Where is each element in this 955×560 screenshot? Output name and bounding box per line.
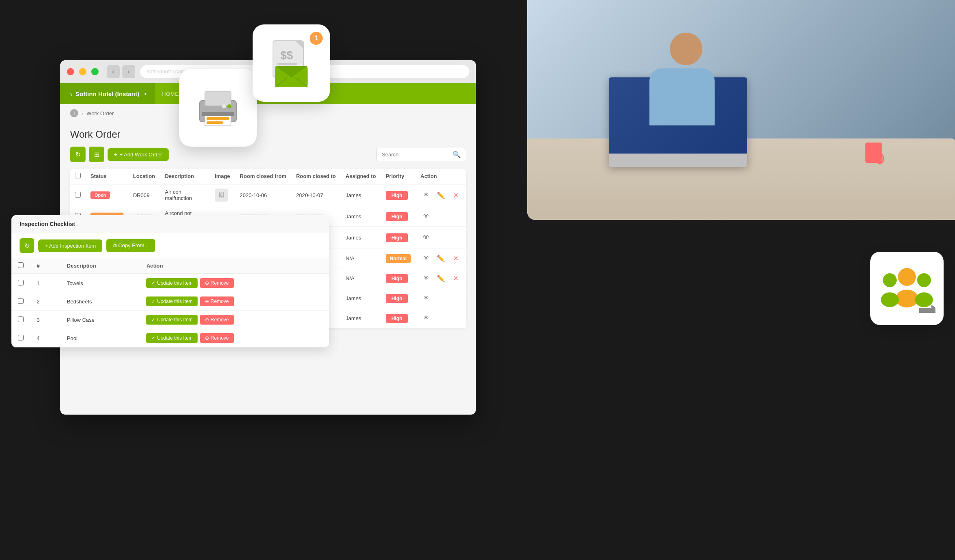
inspection-select-all[interactable]: [18, 262, 24, 268]
view-button[interactable]: 👁: [420, 292, 432, 304]
browser-forward-btn[interactable]: ›: [122, 65, 135, 78]
item-number: 2: [30, 292, 60, 311]
copy-icon: ⧉ Copy From...: [113, 242, 149, 249]
breadcrumb-icon: i: [70, 109, 78, 117]
update-item-button[interactable]: ✓ Update this Item: [146, 296, 197, 306]
inspection-header-row: # Description Action: [11, 258, 329, 274]
inspection-row-checkbox[interactable]: [18, 298, 24, 304]
col-room-closed-to: Room closed to: [291, 169, 341, 184]
col-assigned-to: Assigned to: [341, 169, 381, 184]
refresh-icon: ↻: [75, 151, 81, 158]
view-button[interactable]: 👁: [420, 232, 432, 243]
inspection-row-actions: ✓ Update this Item ⊖ Remove: [146, 333, 323, 343]
item-description: Pool: [60, 329, 140, 347]
edit-button[interactable]: ✏️: [435, 272, 447, 284]
inspection-row: 4 Pool ✓ Update this Item ⊖ Remove: [11, 329, 329, 347]
item-description: Bedsheets: [60, 292, 140, 311]
work-order-toolbar: ↻ ⊞ + + Add Work Order 🔍: [70, 147, 466, 162]
remove-item-button[interactable]: ⊖ Remove: [200, 296, 234, 306]
delete-button[interactable]: ✕: [450, 272, 461, 284]
item-number: 3: [30, 311, 60, 329]
filter-button[interactable]: ⊞: [89, 147, 104, 162]
svg-point-17: [898, 268, 916, 286]
refresh-icon: ↻: [24, 242, 30, 250]
copy-from-button[interactable]: ⧉ Copy From...: [106, 239, 155, 252]
select-all-checkbox[interactable]: [75, 173, 81, 178]
browser-maximize-btn[interactable]: [91, 68, 99, 75]
invoice-icon-card: $$ 1: [253, 24, 330, 102]
update-item-button[interactable]: ✓ Update this Item: [146, 315, 197, 325]
check-icon: ✓: [151, 335, 155, 341]
delete-button[interactable]: ✕: [450, 189, 461, 201]
svg-point-21: [917, 273, 931, 287]
view-button[interactable]: 👁: [420, 211, 432, 222]
action-icons: 👁: [420, 211, 461, 222]
svg-point-19: [883, 273, 897, 287]
check-icon: ✓: [151, 280, 155, 286]
inspection-toolbar: ↻ + Add Inspection Item ⧉ Copy From...: [11, 233, 329, 258]
add-work-order-button[interactable]: + + Add Work Order: [108, 148, 169, 161]
minus-icon: ⊖: [205, 280, 209, 286]
assigned-to-cell: James: [341, 206, 381, 227]
remove-item-button[interactable]: ⊖ Remove: [200, 315, 234, 325]
assigned-to-cell: James: [341, 308, 381, 328]
col-action: Action: [416, 169, 466, 184]
check-icon: ✓: [151, 299, 155, 304]
notification-badge: 1: [310, 32, 323, 45]
priority-badge: High: [386, 274, 408, 283]
hotel-dropdown-icon[interactable]: ▾: [144, 91, 147, 97]
svg-rect-1: [205, 92, 231, 106]
priority-badge: Normal: [386, 254, 411, 263]
inspection-row: 2 Bedsheets ✓ Update this Item ⊖ Remove: [11, 292, 329, 311]
svg-point-20: [881, 292, 899, 307]
people-icon-card: [870, 252, 944, 325]
print-icon: [194, 83, 242, 132]
view-button[interactable]: 👁: [420, 312, 432, 324]
update-item-button[interactable]: ✓ Update this Item: [146, 333, 197, 343]
assigned-to-cell: N/A: [341, 268, 381, 288]
col-location: Location: [128, 169, 160, 184]
browser-back-btn[interactable]: ‹: [107, 65, 120, 78]
inspection-row-actions: ✓ ✓ Update this Item Update this Item ⊖ …: [146, 278, 323, 288]
view-button[interactable]: 👁: [420, 189, 432, 201]
refresh-button[interactable]: ↻: [70, 147, 86, 162]
browser-minimize-btn[interactable]: [79, 68, 86, 75]
update-item-button[interactable]: ✓ ✓ Update this Item Update this Item: [146, 278, 197, 288]
inspection-refresh-button[interactable]: ↻: [20, 238, 34, 253]
svg-rect-3: [202, 112, 234, 116]
svg-rect-4: [207, 117, 229, 120]
add-icon: +: [114, 152, 117, 158]
delete-button[interactable]: ✕: [450, 253, 461, 264]
assigned-to-cell: N/A: [341, 248, 381, 268]
inspection-table: # Description Action 1 Towels ✓ ✓ Update…: [11, 258, 329, 347]
edit-button[interactable]: ✏️: [435, 253, 447, 264]
people-icon: [878, 264, 935, 313]
inspection-row-checkbox[interactable]: [18, 316, 24, 322]
table-header-row: Status Location Description Image Room c…: [70, 169, 466, 184]
action-icons: 👁: [420, 292, 461, 304]
svg-rect-11: [277, 63, 297, 65]
remove-item-button[interactable]: ⊖ Remove: [200, 278, 234, 288]
inspection-panel-title: Inspection Checklist: [11, 215, 329, 233]
priority-badge: High: [386, 233, 408, 242]
remove-item-button[interactable]: ⊖ Remove: [200, 333, 234, 343]
view-button[interactable]: 👁: [420, 272, 432, 284]
view-button[interactable]: 👁: [420, 253, 432, 264]
row-checkbox[interactable]: [75, 192, 81, 198]
hotel-brand[interactable]: ⌂ Softinn Hotel (Instant) ▾: [60, 83, 155, 104]
room-closed-to-cell: 2020-10-07: [291, 184, 341, 206]
add-inspection-item-button[interactable]: + Add Inspection Item: [38, 239, 102, 252]
edit-button[interactable]: ✏️: [435, 189, 447, 201]
priority-badge: High: [386, 314, 408, 323]
breadcrumb-separator: ›: [81, 110, 83, 116]
inspection-row-checkbox[interactable]: [18, 280, 24, 285]
search-input[interactable]: [382, 152, 449, 158]
assigned-to-cell: James: [341, 184, 381, 206]
inspection-row: 3 Pillow Case ✓ Update this Item ⊖ Remov…: [11, 311, 329, 329]
item-description: Pillow Case: [60, 311, 140, 329]
inspection-row-checkbox[interactable]: [18, 335, 24, 340]
breadcrumb-text: Work Order: [86, 110, 114, 116]
action-icons: 👁: [420, 232, 461, 243]
browser-close-btn[interactable]: [67, 68, 74, 75]
action-icons: 👁 ✏️ ✕: [420, 253, 461, 264]
